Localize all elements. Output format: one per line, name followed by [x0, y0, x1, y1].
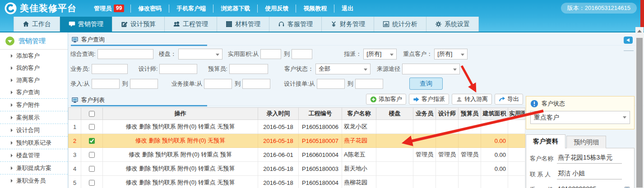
nav-tab-label: 统计分析 [392, 20, 417, 28]
sidebar-item[interactable]: 客户查询 [0, 86, 68, 98]
nav-tab[interactable]: 工作台 [14, 17, 60, 32]
nav-tab[interactable]: 工程管理 [165, 17, 217, 32]
sidebar-item[interactable]: 预约联系记录 [0, 136, 68, 149]
nav-tab[interactable]: 财务管理 [322, 17, 374, 32]
toolbar-button[interactable]: 导出 [495, 94, 523, 105]
row-select-cell [81, 176, 103, 188]
sidebar-item[interactable]: 楼盘管理 [0, 149, 68, 161]
cell-estimator: 管理员 [459, 148, 481, 162]
customer-row[interactable]: 3 修改 删除 预约联系 附件(0) 转重点 预算 2016-06-01 P16… [69, 148, 525, 162]
customer-row[interactable]: 2 修改 删除 预约联系 附件(0) 无预算 2016-05-18 P16051… [69, 134, 525, 148]
search-button[interactable]: 查询 [409, 78, 443, 90]
panel-collapse-button[interactable] [624, 37, 633, 44]
biz-to-input[interactable] [242, 79, 270, 89]
nav-tab[interactable]: 设计预算 [112, 17, 165, 32]
sidebar-item[interactable]: 添加客户 [0, 50, 68, 62]
nav-tab[interactable]: 统计分析 [374, 17, 426, 32]
row-checkbox[interactable] [89, 180, 95, 186]
notification-badge[interactable]: 99 [114, 5, 124, 12]
status-select[interactable]: 重点客户 [530, 111, 630, 124]
building-label: 楼盘： [159, 50, 176, 58]
topbar-link[interactable]: 手机客户端 [169, 5, 213, 13]
cell-project-code: P1605180007 [299, 134, 342, 148]
info-tab[interactable]: 客户资料 [526, 134, 565, 148]
topbar-link[interactable]: 修改密码 [130, 5, 169, 13]
topbar-menu: 管理员 99 修改密码 手机客户端 浏览器下载 使用反馈 视频教程 退出 [94, 5, 361, 13]
toolbar-button[interactable]: 客户指派 [409, 94, 449, 105]
field-value: 18180999895 [557, 185, 622, 188]
row-checkbox[interactable] [89, 166, 95, 172]
topbar-link[interactable]: 视频教程 [296, 5, 334, 13]
topbar-link[interactable]: 使用反馈 [257, 5, 296, 13]
topbar-link[interactable]: 退出 [334, 5, 361, 13]
scrollbar-thumb[interactable] [636, 38, 643, 188]
query-row-1: 综合查询: 楼盘： 实用面积:从 到 指派： [所有] 重点客户： [所有] [70, 46, 644, 61]
row-operations[interactable]: 修改 删除 预约联系 附件(0) 转重点 无预算 [103, 162, 258, 176]
row-checkbox[interactable] [89, 124, 95, 130]
cell-designer [436, 162, 459, 176]
customer-row[interactable]: 4 修改 删除 预约联系 附件(0) 转重点 无预算 2016-05-18 P1… [69, 162, 525, 176]
sidebar-item[interactable]: 兼职提成方案 [0, 161, 68, 174]
row-operations[interactable]: 修改 删除 预约联系 附件(0) 转重点 无预算 [103, 176, 258, 188]
cell-customer-name: A陈老五 [342, 148, 376, 162]
sidebar-group-header[interactable]: 营销管理 [0, 32, 68, 50]
cell-build-area: 0.00 [481, 148, 508, 162]
source-select[interactable] [402, 64, 460, 74]
comprehensive-input[interactable] [97, 49, 153, 59]
app-window: 美佳装修平台 管理员 99 修改密码 手机客户端 浏览器下载 使用反馈 视频教程 [0, 0, 644, 188]
estimator-input[interactable] [229, 64, 268, 74]
to-label-4: 到 [347, 80, 353, 88]
header-usable-area: 实用面积 [508, 108, 525, 120]
nav-tab[interactable]: 营销管理 [60, 17, 112, 32]
design-to-input[interactable] [355, 79, 383, 89]
assign-select[interactable]: [所有] [363, 49, 397, 60]
area-from-input[interactable] [260, 49, 281, 59]
nav-tab[interactable]: 客服管理 [269, 17, 322, 32]
info-tab[interactable]: 预约明细 [566, 136, 606, 148]
toolbar-button-icon [413, 96, 420, 103]
cell-salesman [413, 162, 436, 176]
design-from-input[interactable] [317, 79, 345, 89]
sidebar-item[interactable]: 兼职业务员 [0, 174, 68, 187]
sidebar-item[interactable]: 游离客户 [0, 74, 68, 86]
customer-row[interactable]: 5 修改 删除 预约联系 附件(0) 转重点 无预算 2016-05-18 P1… [69, 176, 525, 188]
dialer-icon[interactable] [624, 171, 630, 178]
topbar-link[interactable]: 浏览器下载 [213, 5, 257, 13]
row-operations[interactable]: 修改 删除 预约联系 附件(0) 转重点 预算 [103, 148, 258, 162]
row-operations[interactable]: 修改 删除 预约联系 附件(0) 无预算 [103, 134, 258, 148]
header-select-all [81, 108, 103, 120]
toolbar-button[interactable]: 添加客户 [366, 94, 406, 105]
row-select-cell [81, 120, 103, 134]
sidebar-item[interactable]: 案例展示 [0, 111, 68, 124]
dialer-icon[interactable] [624, 155, 630, 162]
designer-input[interactable] [159, 64, 197, 74]
customer-row[interactable]: 1 修改 删除 预约联系 附件(0) 转重点 无预算 2016-05-18 P1… [69, 120, 525, 134]
dialer-icon[interactable] [624, 186, 630, 188]
vertical-scrollbar[interactable] [635, 27, 644, 188]
divider [624, 50, 634, 51]
info-field-row: 联 系 人 郑洁 小姐 [530, 170, 630, 179]
salesman-input[interactable] [92, 64, 128, 74]
select-all-checkbox[interactable] [89, 111, 95, 117]
entry-from-input[interactable] [92, 79, 120, 89]
scroll-up-arrow-icon[interactable] [635, 27, 644, 35]
sidebar-item[interactable]: 客户附件 [0, 98, 68, 111]
sidebar-item[interactable]: 设计合同 [0, 124, 68, 136]
building-select[interactable] [178, 49, 222, 60]
nav-tab[interactable]: 材料管理 [217, 17, 269, 32]
status-select[interactable]: 全部 [315, 64, 371, 74]
entry-to-input[interactable] [130, 79, 158, 89]
toolbar-button[interactable]: 转入游离 [452, 94, 492, 105]
row-checkbox[interactable] [89, 138, 95, 144]
nav-tab[interactable]: 系统设置 [426, 17, 479, 32]
sidebar-item[interactable]: 我的客户 [0, 62, 68, 74]
user-menu[interactable]: 管理员 99 [94, 5, 130, 13]
row-operations[interactable]: 修改 删除 预约联系 附件(0) 转重点 无预算 [103, 120, 258, 134]
key-customer-select[interactable]: [所有] [434, 49, 468, 60]
list-toolbar: 添加客户 客户指派 转入游离 [366, 94, 523, 105]
biz-from-input[interactable] [204, 79, 232, 89]
cell-entry-date: 2016-05-18 [258, 120, 299, 134]
cell-customer-name: 燕子花园 [342, 134, 376, 148]
area-to-input[interactable] [292, 49, 312, 59]
row-checkbox[interactable] [89, 152, 95, 158]
